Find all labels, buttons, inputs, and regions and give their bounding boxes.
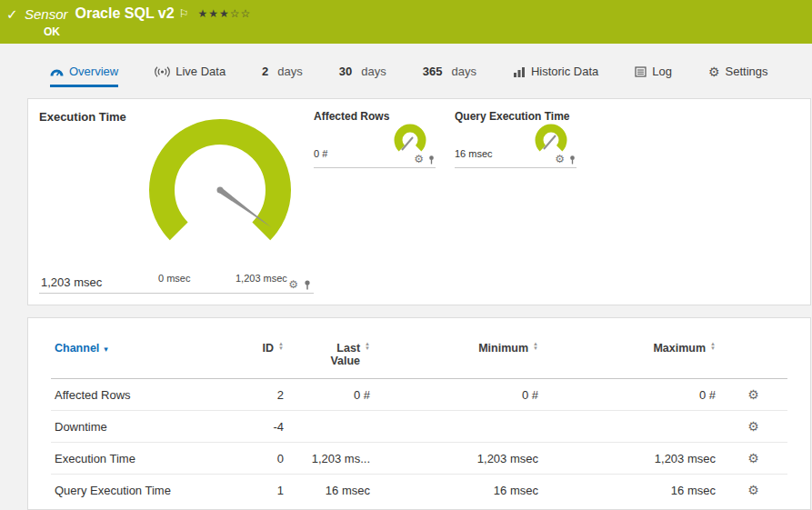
cell-maximum: 0 # xyxy=(542,379,719,411)
col-header-minimum[interactable]: Minimum▲▼ xyxy=(374,340,542,379)
pin-icon[interactable] xyxy=(427,155,436,165)
gauges-panel: Execution Time 0 msec 1,203 msec 1,203 m… xyxy=(27,98,811,305)
gauge-settings-gear-icon[interactable]: ⚙ xyxy=(555,154,565,165)
cell-id: 1 xyxy=(219,475,287,506)
cell-channel: Execution Time xyxy=(51,443,219,475)
cell-last-value: 1,203 ms... xyxy=(287,443,374,475)
gauge-title: Query Execution Time xyxy=(455,110,576,123)
table-row: Execution Time 0 1,203 ms... 1,203 msec … xyxy=(51,443,787,475)
pin-icon[interactable] xyxy=(303,279,312,290)
gauge-settings-gear-icon[interactable]: ⚙ xyxy=(414,154,424,165)
ok-check-icon: ✓ xyxy=(6,6,18,23)
priority-stars[interactable]: ★★★☆☆ xyxy=(197,7,251,20)
cell-minimum: 16 msec xyxy=(374,475,542,506)
tab-365-days[interactable]: 365days xyxy=(423,65,476,87)
cell-minimum: 1,203 msec xyxy=(374,443,542,475)
log-list-icon xyxy=(635,66,647,77)
channel-settings-gear-icon[interactable]: ⚙ xyxy=(747,451,759,465)
sort-icon: ▲▼ xyxy=(710,342,716,351)
cell-minimum xyxy=(374,411,542,443)
pin-icon[interactable] xyxy=(568,155,576,165)
status-badge: OK xyxy=(44,25,60,38)
channel-settings-gear-icon[interactable]: ⚙ xyxy=(747,483,759,497)
cell-last-value xyxy=(287,411,374,443)
sensor-title: Oracle SQL v2 xyxy=(75,5,175,22)
gauge-current-value: 1,203 msec xyxy=(41,275,102,289)
cell-maximum: 1,203 msec xyxy=(542,443,719,475)
sensor-header: ✓ Sensor Oracle SQL v2 ⚐ ★★★☆☆ OK xyxy=(0,0,812,44)
cell-last-value: 0 # xyxy=(287,379,374,411)
table-row: Affected Rows 2 0 # 0 # 0 # ⚙ xyxy=(51,379,787,411)
gauge-icon xyxy=(50,66,64,77)
tab-2-days[interactable]: 2days xyxy=(262,65,303,87)
query-execution-time-gauge-tile: Query Execution Time 16 msec ⚙ xyxy=(455,110,576,168)
bar-chart-icon xyxy=(513,66,526,77)
col-header-maximum[interactable]: Maximum▲▼ xyxy=(542,340,719,379)
gauge-current-value: 0 # xyxy=(314,148,327,159)
cell-channel: Downtime xyxy=(51,411,219,443)
channels-table: Channel▾ ID▲▼ Last Value▲▼ Minimum▲▼ Max… xyxy=(51,340,787,505)
col-header-channel[interactable]: Channel▾ xyxy=(51,340,219,379)
col-header-last-value[interactable]: Last Value▲▼ xyxy=(287,340,374,379)
cell-id: -4 xyxy=(219,411,287,443)
tab-log[interactable]: Log xyxy=(635,65,672,87)
execution-time-gauge-tile: Execution Time 0 msec 1,203 msec 1,203 m… xyxy=(39,110,314,294)
table-row: Query Execution Time 1 16 msec 16 msec 1… xyxy=(51,475,787,506)
channel-settings-gear-icon[interactable]: ⚙ xyxy=(747,419,759,434)
sort-icon: ▲▼ xyxy=(365,342,370,351)
affected-rows-gauge-tile: Affected Rows 0 # ⚙ xyxy=(314,110,436,168)
cell-id: 0 xyxy=(219,443,287,475)
channels-panel: Channel▾ ID▲▼ Last Value▲▼ Minimum▲▼ Max… xyxy=(27,317,811,510)
execution-time-gauge xyxy=(141,117,300,265)
tab-settings[interactable]: ⚙ Settings xyxy=(708,65,768,87)
cell-channel: Affected Rows xyxy=(51,379,219,411)
gauge-current-value: 16 msec xyxy=(455,148,493,159)
gauge-min-label: 0 msec xyxy=(158,273,190,284)
sort-icon: ▲▼ xyxy=(278,342,284,351)
tab-historic-data[interactable]: Historic Data xyxy=(513,65,598,87)
sort-desc-icon: ▾ xyxy=(104,345,108,354)
settings-gear-icon: ⚙ xyxy=(708,65,720,78)
cell-id: 2 xyxy=(219,379,287,411)
gauge-max-label: 1,203 msec xyxy=(236,273,287,284)
tab-30-days[interactable]: 30days xyxy=(339,65,386,87)
gauge-title: Affected Rows xyxy=(314,110,436,123)
table-row: Downtime -4 ⚙ xyxy=(51,411,787,443)
tab-live-data[interactable]: Live Data xyxy=(155,65,226,87)
cell-maximum: 16 msec xyxy=(542,475,719,506)
col-header-id[interactable]: ID▲▼ xyxy=(219,340,287,379)
live-broadcast-icon xyxy=(155,66,170,77)
cell-minimum: 0 # xyxy=(374,379,542,411)
col-header-actions xyxy=(719,340,787,379)
tab-overview[interactable]: Overview xyxy=(50,65,118,87)
channel-settings-gear-icon[interactable]: ⚙ xyxy=(747,387,759,402)
gauge-settings-gear-icon[interactable]: ⚙ xyxy=(288,279,298,290)
flag-icon[interactable]: ⚐ xyxy=(179,7,189,20)
cell-maximum xyxy=(542,411,719,443)
sort-icon: ▲▼ xyxy=(533,342,538,351)
object-kind-label: Sensor xyxy=(25,6,68,22)
cell-last-value: 16 msec xyxy=(287,475,374,506)
tab-bar: Overview Live Data 2days 30days 365days … xyxy=(0,44,812,87)
cell-channel: Query Execution Time xyxy=(51,475,219,506)
